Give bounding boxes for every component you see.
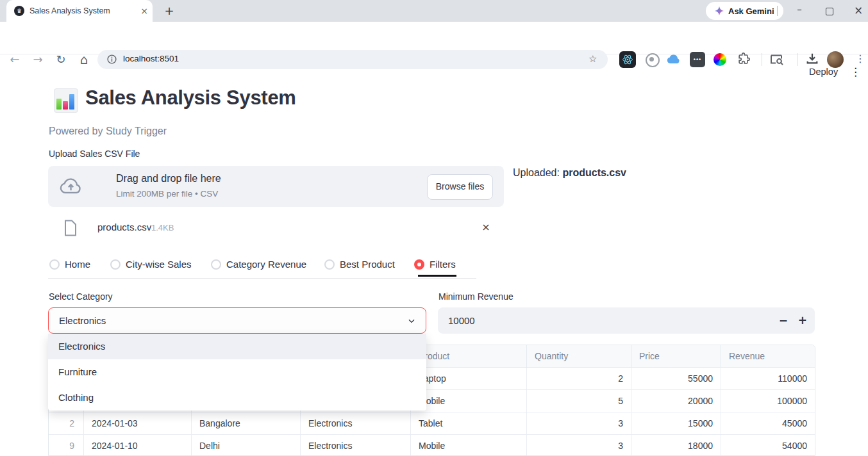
extension-react-icon[interactable]	[619, 51, 636, 68]
extension-colorwheel-icon[interactable]	[714, 53, 726, 66]
radio-circle-icon	[49, 259, 60, 270]
window-maximize-button[interactable]	[818, 0, 840, 22]
upload-label: Upload Sales CSV File	[49, 149, 140, 159]
extensions-puzzle-icon[interactable]	[737, 52, 751, 66]
table-cell[interactable]: 2	[527, 368, 631, 390]
remove-file-button[interactable]: ×	[480, 221, 492, 234]
file-dropzone[interactable]: Drag and drop file here Limit 200MB per …	[48, 166, 504, 207]
category-select[interactable]: Electronics	[48, 307, 426, 334]
min-revenue-label: Minimum Revenue	[438, 291, 513, 302]
min-revenue-input[interactable]: 10000 − +	[438, 307, 815, 334]
uploaded-file-size: 1.4KB	[151, 223, 174, 232]
uploaded-file-name: products.csv	[562, 167, 626, 178]
table-cell[interactable]: Electronics	[301, 412, 411, 435]
radio-divider	[48, 278, 476, 279]
ask-gemini-label: Ask Gemini	[728, 6, 774, 16]
window-close-button[interactable]: ×	[847, 0, 868, 22]
column-header-product[interactable]: Product	[411, 345, 527, 368]
uploaded-status: Uploaded: products.csv	[513, 167, 626, 179]
increment-button[interactable]: +	[798, 307, 807, 334]
table-cell[interactable]: 100000	[721, 390, 815, 412]
app-menu-icon[interactable]: ⋮	[850, 65, 861, 78]
table-cell[interactable]: 2024-01-10	[84, 435, 192, 456]
radio-filters-selected[interactable]: Filters	[414, 259, 456, 270]
column-header-quantity[interactable]: Quantity	[527, 345, 631, 368]
table-cell[interactable]: Laptop	[411, 368, 527, 390]
cloud-upload-icon	[58, 175, 84, 197]
radio-selected-icon	[414, 259, 424, 270]
streamlit-favicon-icon: ♛	[14, 6, 24, 16]
table-cell[interactable]: 20000	[631, 390, 721, 412]
table-cell[interactable]: Tablet	[411, 412, 527, 435]
dropdown-option-electronics[interactable]: Electronics	[48, 334, 426, 359]
address-bar[interactable]: localhost:8501 ☆	[97, 50, 608, 69]
chevron-down-icon	[406, 316, 417, 326]
radio-circle-icon	[211, 259, 221, 270]
filters-focus-underline	[418, 275, 456, 277]
table-cell[interactable]: 45000	[721, 412, 815, 435]
column-header-price[interactable]: Price	[631, 345, 721, 368]
radio-circle-icon	[110, 259, 121, 270]
file-icon	[64, 220, 77, 236]
decrement-button[interactable]: −	[779, 307, 788, 334]
table-cell[interactable]: 2024-01-03	[84, 412, 192, 435]
dropdown-option-clothing[interactable]: Clothing	[48, 385, 426, 411]
table-cell[interactable]: Electronics	[301, 435, 411, 456]
page-title: Sales Analysis System	[85, 86, 296, 110]
table-cell[interactable]: 3	[527, 412, 631, 435]
table-cell[interactable]: 3	[527, 435, 631, 456]
screen-search-icon[interactable]	[769, 52, 784, 67]
radio-label: Best Product	[340, 259, 395, 270]
tab-close-icon[interactable]: ×	[138, 5, 150, 17]
radio-home[interactable]: Home	[49, 259, 90, 270]
dropdown-option-furniture[interactable]: Furniture	[48, 359, 426, 385]
table-cell[interactable]: Bangalore	[192, 412, 301, 435]
table-cell[interactable]: 9	[49, 435, 84, 456]
table-cell[interactable]: 18000	[631, 435, 721, 456]
new-tab-button[interactable]: +	[162, 3, 177, 19]
tab-strip: ♛ Sales Analysis System × + Ask Gemini –…	[0, 0, 868, 22]
profile-avatar[interactable]	[827, 51, 844, 68]
toolbar-separator	[797, 53, 797, 66]
site-info-icon[interactable]	[106, 54, 117, 65]
min-revenue-value: 10000	[448, 307, 475, 334]
browser-menu-icon[interactable]: ⋮	[855, 53, 865, 65]
table-cell[interactable]: 2	[49, 412, 84, 435]
forward-icon[interactable]: →	[29, 51, 46, 68]
radio-label: Category Revenue	[226, 259, 306, 270]
extension-orbit-icon[interactable]	[646, 53, 660, 67]
url-text: localhost:8501	[123, 54, 179, 63]
table-cell[interactable]: Delhi	[192, 435, 301, 456]
back-icon[interactable]: ←	[6, 51, 23, 68]
dropzone-text: Drag and drop file here	[116, 173, 221, 184]
browser-toolbar: ← → ↻ ⌂ localhost:8501 ☆	[0, 22, 868, 54]
deploy-button[interactable]: Deploy	[809, 67, 838, 77]
table-cell[interactable]: 54000	[721, 435, 815, 456]
bar-chart-icon	[54, 88, 78, 113]
extension-dots-icon[interactable]: •••	[690, 52, 705, 67]
toolbar-separator	[762, 53, 762, 66]
table-cell[interactable]: Mobile	[411, 390, 527, 412]
reload-icon[interactable]: ↻	[53, 51, 69, 68]
home-icon[interactable]: ⌂	[76, 51, 92, 68]
bookmark-star-icon[interactable]: ☆	[588, 53, 597, 65]
table-cell[interactable]: 15000	[631, 412, 721, 435]
radio-label: Filters	[430, 259, 456, 270]
window-minimize-button[interactable]: –	[789, 0, 810, 22]
radio-label: Home	[65, 259, 90, 270]
browse-files-button[interactable]: Browse files	[427, 174, 493, 200]
download-icon[interactable]	[805, 52, 819, 66]
table-cell[interactable]: 110000	[721, 368, 815, 390]
extension-cloud-icon[interactable]	[667, 54, 681, 65]
radio-label: City-wise Sales	[126, 259, 192, 270]
browser-tab[interactable]: ♛ Sales Analysis System ×	[6, 0, 153, 22]
radio-best-product[interactable]: Best Product	[324, 259, 395, 270]
tabbar-separator	[777, 6, 778, 16]
table-cell[interactable]: Mobile	[411, 435, 527, 456]
column-header-revenue[interactable]: Revenue	[721, 345, 815, 368]
table-cell[interactable]: 55000	[631, 368, 721, 390]
radio-city-wise-sales[interactable]: City-wise Sales	[110, 259, 192, 270]
table-cell[interactable]: 5	[527, 390, 631, 412]
ask-gemini-button[interactable]: Ask Gemini	[706, 2, 783, 20]
radio-category-revenue[interactable]: Category Revenue	[211, 259, 306, 270]
